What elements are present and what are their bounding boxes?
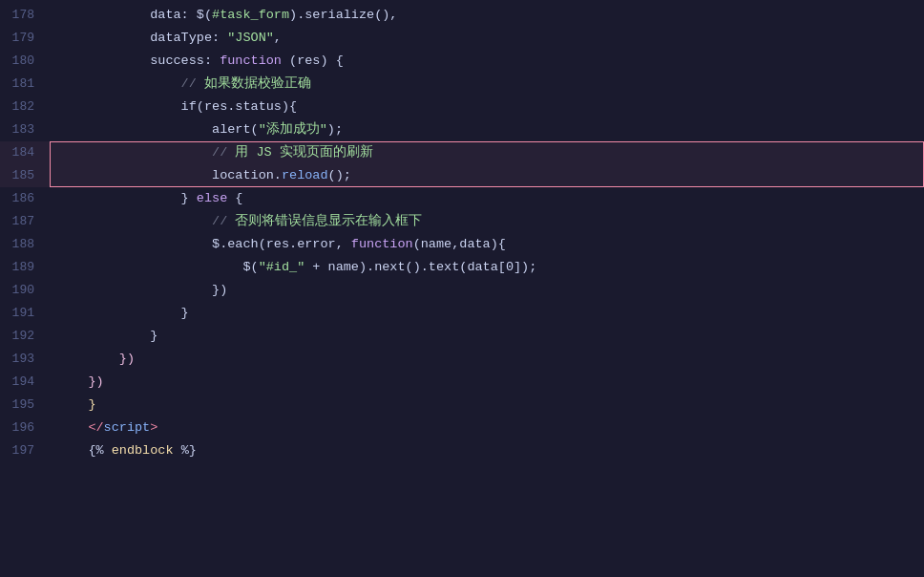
line-number: 185 [0, 166, 50, 186]
code-line: 184 // 用 JS 实现页面的刷新 [0, 141, 924, 164]
line-number: 179 [0, 29, 50, 49]
code-line: 178 data: $(#task_form).serialize(), [0, 4, 924, 27]
code-line: 183 alert("添加成功"); [0, 118, 924, 141]
code-line: 182 if(res.status){ [0, 96, 924, 118]
code-line: 194 }) [0, 371, 924, 394]
line-number: 192 [0, 327, 50, 347]
line-number: 187 [0, 212, 50, 232]
code-line: 181 // 如果数据校验正确 [0, 73, 924, 96]
line-number: 188 [0, 235, 50, 255]
line-content: success: function (res) { [50, 51, 924, 72]
line-content: </script> [50, 417, 924, 438]
line-number: 193 [0, 350, 50, 370]
code-line: 186 } else { [0, 187, 924, 210]
line-number: 182 [0, 97, 50, 118]
line-content: dataType: "JSON", [50, 28, 924, 49]
line-number: 180 [0, 52, 50, 72]
line-content: alert("添加成功"); [50, 119, 924, 140]
line-number: 197 [0, 441, 50, 461]
code-line: 180 success: function (res) { [0, 50, 924, 73]
line-content: }) [50, 372, 924, 393]
code-line: 197 {% endblock %} [0, 439, 924, 462]
line-content: // 如果数据校验正确 [50, 74, 924, 95]
line-content: // 否则将错误信息显示在输入框下 [50, 211, 924, 232]
line-number: 196 [0, 418, 50, 438]
line-number: 191 [0, 304, 50, 324]
line-content: if(res.status){ [50, 96, 924, 118]
line-number: 181 [0, 75, 50, 95]
line-number: 189 [0, 258, 50, 278]
code-line: 188 $.each(res.error, function(name,data… [0, 233, 924, 256]
line-content: } [50, 326, 924, 347]
line-number: 194 [0, 373, 50, 393]
line-content: }) [50, 280, 924, 301]
code-line: 193 }) [0, 348, 924, 371]
line-content: } else { [50, 188, 924, 209]
line-content: }) [50, 349, 924, 370]
line-content: } [50, 395, 924, 416]
line-content: } [50, 303, 924, 324]
code-line: 187 // 否则将错误信息显示在输入框下 [0, 210, 924, 233]
code-line: 179 dataType: "JSON", [0, 27, 924, 50]
code-line: 190 }) [0, 279, 924, 302]
line-number: 184 [0, 143, 50, 163]
line-number: 183 [0, 120, 50, 140]
line-number: 195 [0, 395, 50, 416]
code-line: 195 } [0, 394, 924, 417]
code-line: 185 location.reload(); [0, 164, 924, 187]
line-number: 178 [0, 6, 50, 26]
code-line: 189 $("#id_" + name).next().text(data[0]… [0, 256, 924, 279]
line-content: data: $(#task_form).serialize(), [50, 5, 924, 26]
line-content: location.reload(); [50, 165, 924, 186]
line-content: // 用 JS 实现页面的刷新 [50, 142, 924, 163]
highlight-box-wrapper: 184 // 用 JS 实现页面的刷新185 location.reload()… [0, 141, 924, 187]
code-line: 192 } [0, 325, 924, 348]
line-number: 186 [0, 189, 50, 209]
line-number: 190 [0, 281, 50, 301]
code-line: 196 </script> [0, 417, 924, 439]
code-line: 191 } [0, 302, 924, 325]
line-content: $.each(res.error, function(name,data){ [50, 234, 924, 255]
code-editor: 178 data: $(#task_form).serialize(),179 … [0, 0, 924, 577]
code-content: 178 data: $(#task_form).serialize(),179 … [0, 0, 924, 466]
line-content: $("#id_" + name).next().text(data[0]); [50, 257, 924, 278]
line-content: {% endblock %} [50, 440, 924, 461]
